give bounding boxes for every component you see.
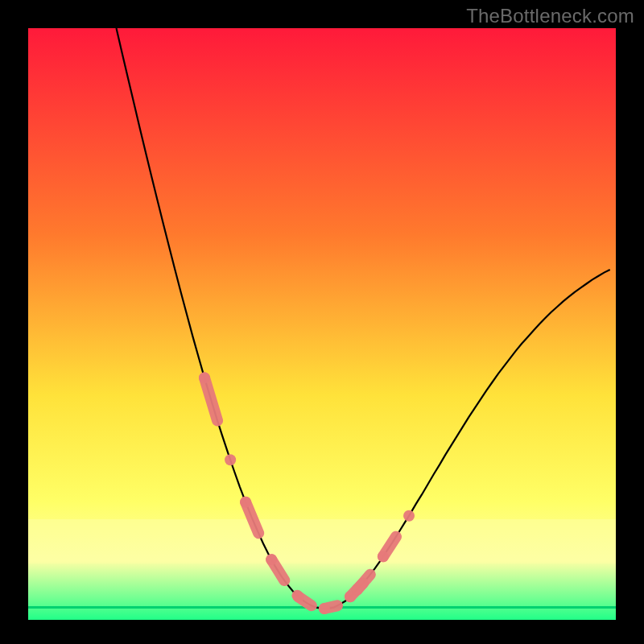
pale-band <box>28 519 616 564</box>
chart-frame <box>28 28 616 620</box>
attribution-text: TheBottleneck.com <box>466 5 634 27</box>
svg-line-9 <box>299 597 312 605</box>
bottleneck-chart <box>28 28 616 620</box>
svg-line-11 <box>324 605 337 609</box>
